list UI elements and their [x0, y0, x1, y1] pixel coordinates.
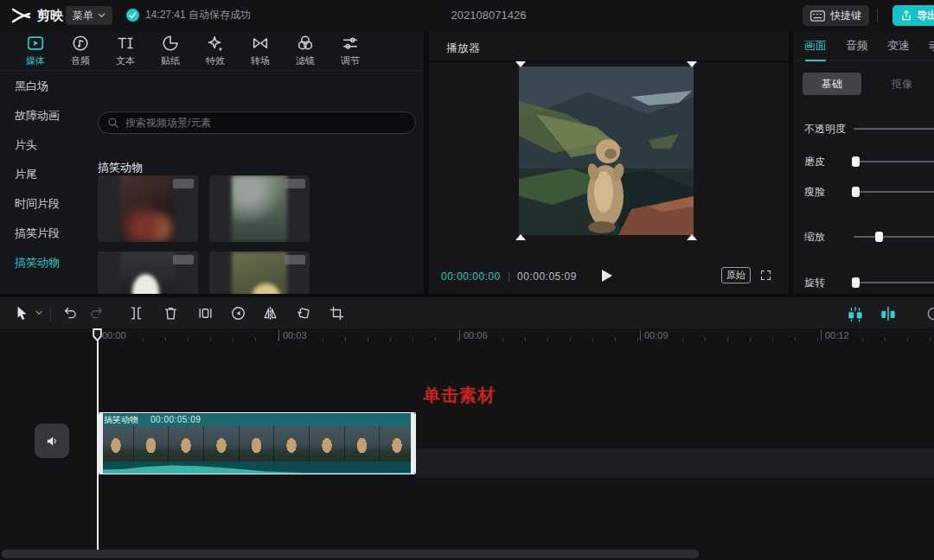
timeline-toolbar: [0, 297, 934, 328]
media-content-area: 搞笑动物: [86, 72, 424, 294]
tab-adjust[interactable]: 调节: [328, 31, 373, 70]
split-clip-icon[interactable]: [128, 305, 144, 321]
sidebar-item-glitch[interactable]: 故障动画: [0, 101, 86, 130]
video-thumbnail[interactable]: [209, 251, 310, 294]
check-circle-icon: [126, 9, 139, 22]
delete-icon[interactable]: [163, 305, 179, 321]
slider-label: 不透明度: [804, 122, 846, 137]
filmstrip-frame: [380, 426, 415, 461]
slider-track[interactable]: [854, 282, 934, 283]
shortcuts-button[interactable]: 快捷键: [803, 5, 869, 26]
text-icon: [116, 34, 135, 53]
undo-icon[interactable]: [62, 305, 79, 321]
duration-badge: [285, 179, 305, 188]
playhead-marker[interactable]: [93, 328, 102, 341]
tab-sticker-label: 贴纸: [161, 54, 180, 67]
speaker-icon: [45, 434, 60, 449]
preview-axis-toggle-icon[interactable]: [879, 305, 898, 322]
cursor-dropdown-chevron-icon[interactable]: [35, 310, 43, 315]
tab-animation[interactable]: 动画: [929, 38, 934, 54]
tab-text[interactable]: 文本: [103, 31, 148, 70]
tab-effects-label: 特效: [206, 54, 225, 67]
tab-picture[interactable]: 画面: [804, 38, 827, 54]
video-thumbnail[interactable]: [209, 175, 310, 242]
project-title: 202108071426: [398, 9, 579, 22]
mirror-flip-icon[interactable]: [262, 305, 278, 321]
filmstrip-frame: [240, 426, 275, 461]
crop-icon[interactable]: [329, 305, 345, 321]
slider-handle[interactable]: [852, 187, 860, 197]
timeline-ruler[interactable]: 00:00 00:03 00:06 00:09 00:12: [0, 328, 934, 344]
timeline-clip-funny-animals[interactable]: 搞笑动物 00:00:05:09: [98, 412, 416, 474]
sidebar-item-black-white[interactable]: 黑白场: [0, 72, 86, 101]
tab-filters[interactable]: 滤镜: [283, 31, 328, 70]
resize-handle[interactable]: [515, 61, 526, 67]
search-box[interactable]: [98, 111, 416, 134]
subtab-cutout[interactable]: 抠像: [876, 73, 928, 95]
slider-opacity: 不透明度: [793, 120, 934, 137]
menu-button[interactable]: 菜单: [66, 6, 112, 25]
sidebar-item-funny-animals[interactable]: 搞笑动物: [0, 248, 86, 277]
filmstrip-frame: [134, 426, 170, 461]
filmstrip-frame: [204, 426, 240, 461]
clip-filmstrip: [99, 426, 415, 461]
clip-trim-handle-right[interactable]: [411, 413, 415, 474]
horizontal-scrollbar[interactable]: [2, 550, 699, 558]
select-cursor-icon[interactable]: [15, 305, 29, 321]
slider-handle[interactable]: [852, 277, 860, 288]
tab-audio[interactable]: 音频: [58, 31, 103, 70]
tab-effects[interactable]: 特效: [193, 31, 238, 70]
thumbnail-preview: [232, 175, 288, 242]
video-thumbnail[interactable]: [98, 175, 198, 242]
slider-track[interactable]: [854, 191, 934, 193]
sidebar-item-time-clips[interactable]: 时间片段: [0, 189, 86, 219]
redo-icon[interactable]: [88, 305, 105, 321]
search-input[interactable]: [125, 117, 406, 129]
subtab-basic[interactable]: 基础: [803, 73, 861, 95]
slider-track[interactable]: [854, 161, 934, 162]
play-button[interactable]: [601, 269, 613, 283]
slider-handle[interactable]: [852, 156, 860, 167]
inspector-panel: 画面 音频 变速 动画 基础 抠像 不透明度 磨皮 瘦脸 缩放 旋转: [793, 31, 934, 294]
sidebar-item-intro[interactable]: 片头: [0, 130, 86, 160]
thumbnail-preview: [120, 251, 176, 294]
inspector-tab-bar: 画面 音频 变速 动画: [793, 31, 934, 60]
duration-badge: [173, 179, 194, 188]
slider-track[interactable]: [854, 236, 934, 238]
tab-speed[interactable]: 变速: [887, 38, 910, 54]
tab-audio-settings[interactable]: 音频: [846, 38, 868, 54]
playhead-line[interactable]: [97, 328, 99, 550]
video-thumbnail[interactable]: [98, 251, 198, 294]
tab-sticker[interactable]: 贴纸: [148, 31, 193, 70]
slider-label: 缩放: [804, 230, 825, 245]
ruler-label: 00:12: [821, 330, 849, 340]
filters-icon: [296, 34, 315, 53]
rotate-icon[interactable]: [296, 305, 312, 321]
resize-handle[interactable]: [687, 61, 697, 67]
sidebar-item-outro[interactable]: 片尾: [0, 160, 86, 189]
freeze-frame-icon[interactable]: [197, 305, 214, 321]
resize-handle[interactable]: [687, 234, 697, 240]
fullscreen-icon[interactable]: [759, 269, 772, 282]
timeline-zoom-icon[interactable]: [925, 305, 934, 322]
clip-trim-handle-left[interactable]: [99, 413, 103, 474]
tab-transitions[interactable]: 转场: [238, 31, 283, 70]
original-quality-button[interactable]: 原始: [721, 267, 751, 283]
reverse-playback-icon[interactable]: [230, 305, 246, 321]
slider-smooth-skin: 磨皮: [793, 153, 934, 170]
export-button[interactable]: 导出: [892, 5, 934, 26]
resize-handle[interactable]: [515, 234, 526, 240]
app-name: 剪映: [37, 8, 63, 24]
tab-media[interactable]: 媒体: [13, 31, 58, 70]
slider-label: 旋转: [804, 276, 825, 290]
tab-transitions-label: 转场: [251, 54, 270, 67]
slider-handle[interactable]: [875, 232, 883, 242]
mute-track-button[interactable]: [35, 423, 69, 458]
slider-track[interactable]: [854, 128, 934, 130]
sidebar-item-funny-clips[interactable]: 搞笑片段: [0, 219, 86, 248]
tab-filters-label: 滤镜: [296, 54, 315, 67]
video-preview[interactable]: [519, 67, 694, 235]
shortcuts-label: 快捷键: [830, 9, 861, 23]
auto-snap-toggle-icon[interactable]: [846, 305, 865, 322]
export-icon: [900, 10, 912, 22]
